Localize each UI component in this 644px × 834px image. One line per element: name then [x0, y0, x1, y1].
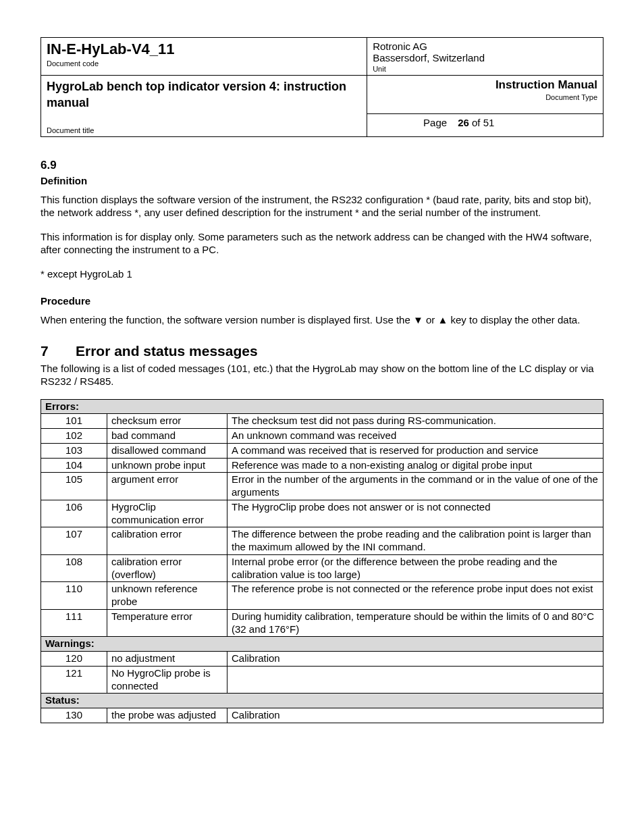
error-name: Temperature error [107, 609, 227, 637]
error-code: 111 [41, 609, 107, 637]
error-code: 108 [41, 554, 107, 582]
error-name: the probe was adjusted [107, 708, 227, 723]
table-section-label: Status: [41, 694, 603, 708]
error-name: HygroClip communication error [107, 500, 227, 527]
error-code: 101 [41, 414, 107, 429]
page-current: 26 [458, 117, 469, 128]
page-total: 51 [483, 117, 495, 128]
error-description: The reference probe is not connected or … [227, 582, 603, 610]
triangle-down-icon: ▼ [413, 314, 423, 325]
error-name: calibration error (overflow) [107, 554, 227, 582]
error-description: During humidity calibration, temperature… [227, 609, 603, 637]
error-description: Calibration [227, 652, 603, 667]
table-row: 107calibration errorThe difference betwe… [41, 527, 603, 555]
document-title: HygroLab bench top indicator version 4: … [47, 80, 346, 109]
error-description: Internal probe error (or the difference … [227, 554, 603, 582]
error-description: An unknown command was received [227, 429, 603, 444]
table-row: 111Temperature errorDuring humidity cali… [41, 609, 603, 637]
page-of: of [472, 117, 481, 128]
error-code: 106 [41, 500, 107, 527]
document-code: IN-E-HyLab-V4_11 [47, 41, 175, 57]
error-code: 110 [41, 582, 107, 610]
error-code: 107 [41, 527, 107, 555]
error-name: argument error [107, 473, 227, 500]
company-line2: Bassersdorf, Switzerland [373, 52, 485, 63]
chapter-7-heading: 7Error and status messages [41, 343, 603, 359]
error-code: 104 [41, 458, 107, 473]
table-row: 102bad commandAn unknown command was rec… [41, 429, 603, 444]
definition-footnote: * except HygroLab 1 [41, 267, 603, 281]
heading-definition: Definition [41, 175, 603, 186]
section-number-69: 6.9 [41, 159, 603, 172]
triangle-up-icon: ▲ [438, 314, 448, 325]
heading-procedure: Procedure [41, 295, 603, 307]
error-code: 103 [41, 443, 107, 458]
table-row: 120no adjustmentCalibration [41, 652, 603, 667]
procedure-paragraph: When entering the function, the software… [41, 313, 603, 327]
error-description: A command was received that is reserved … [227, 443, 603, 458]
doctype-label: Document Type [373, 93, 597, 101]
table-row: 108calibration error (overflow)Internal … [41, 554, 603, 582]
error-name: no adjustment [107, 652, 227, 667]
document-code-label: Document code [47, 59, 361, 68]
error-name: disallowed command [107, 443, 227, 458]
error-name: bad command [107, 429, 227, 444]
table-row: 110unknown reference probeThe reference … [41, 582, 603, 610]
table-row: 121No HygroClip probe is connected [41, 666, 603, 694]
page-word: Page [423, 117, 447, 128]
error-name: calibration error [107, 527, 227, 555]
table-row: 106HygroClip communication errorThe Hygr… [41, 500, 603, 527]
table-row: 103disallowed commandA command was recei… [41, 443, 603, 458]
error-status-table: Errors:101checksum errorThe checksum tes… [41, 399, 603, 723]
error-code: 121 [41, 666, 107, 694]
table-row: 105argument errorError in the number of … [41, 473, 603, 500]
error-code: 120 [41, 652, 107, 667]
error-description: The checksum test did not pass during RS… [227, 414, 603, 429]
error-code: 130 [41, 708, 107, 723]
error-code: 102 [41, 429, 107, 444]
table-row: 101checksum errorThe checksum test did n… [41, 414, 603, 429]
definition-paragraph-2: This information is for display only. So… [41, 230, 603, 257]
error-code: 105 [41, 473, 107, 500]
error-description [227, 666, 603, 694]
error-description: Reference was made to a non-existing ana… [227, 458, 603, 473]
document-title-label: Document title [47, 126, 361, 134]
error-name: checksum error [107, 414, 227, 429]
unit-label: Unit [373, 65, 597, 73]
error-description: Calibration [227, 708, 603, 723]
error-name: unknown probe input [107, 458, 227, 473]
error-name: No HygroClip probe is connected [107, 666, 227, 694]
table-section-label: Errors: [41, 399, 603, 414]
chapter-7-intro: The following is a list of coded message… [41, 362, 603, 388]
definition-paragraph-1: This function displays the software vers… [41, 193, 603, 219]
table-row: 130the probe was adjustedCalibration [41, 708, 603, 723]
chapter-number: 7 [41, 343, 76, 359]
error-description: The difference between the probe reading… [227, 527, 603, 555]
error-name: unknown reference probe [107, 582, 227, 610]
company-line1: Rotronic AG [373, 41, 427, 52]
doctype-value: Instruction Manual [495, 78, 597, 91]
document-header-box: IN-E-HyLab-V4_11 Document code Rotronic … [41, 37, 603, 137]
error-description: The HygroClip probe does not answer or i… [227, 500, 603, 527]
chapter-title: Error and status messages [76, 343, 258, 359]
table-row: 104unknown probe inputReference was made… [41, 458, 603, 473]
table-section-label: Warnings: [41, 637, 603, 652]
error-description: Error in the number of the arguments in … [227, 473, 603, 500]
